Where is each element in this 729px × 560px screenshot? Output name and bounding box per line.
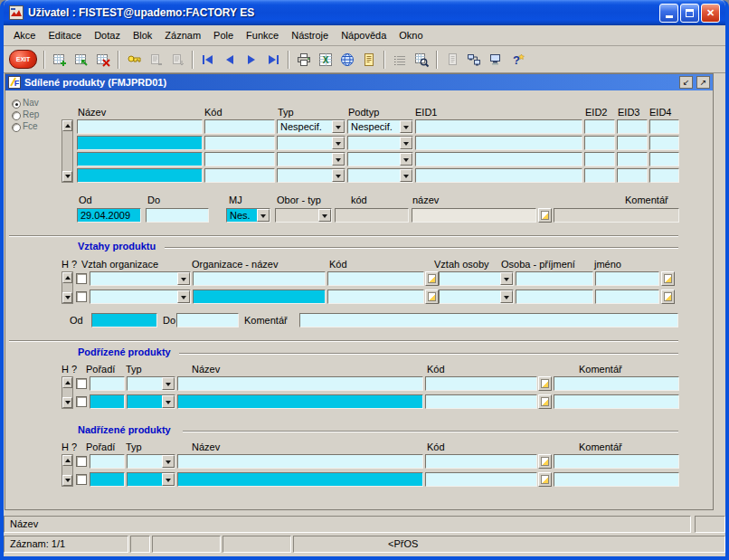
typ-dropdown[interactable]: [127, 472, 175, 487]
dropdown-arrow-icon[interactable]: [318, 209, 331, 222]
product-eid4-field[interactable]: [649, 136, 679, 150]
radio-rep[interactable]: [12, 111, 21, 120]
lock-record-button[interactable]: [123, 49, 145, 70]
product-typ-dropdown[interactable]: [277, 136, 346, 150]
komentar-field[interactable]: [554, 208, 679, 223]
relations-record-scrollbar[interactable]: [62, 271, 73, 304]
vztah-organizace-dropdown[interactable]: [90, 289, 191, 304]
product-eid4-field[interactable]: [649, 119, 679, 134]
history-checkbox[interactable]: [76, 474, 87, 485]
products-record-scrollbar[interactable]: [62, 119, 73, 183]
enter-query-button[interactable]: [411, 49, 432, 70]
network-button[interactable]: [463, 49, 485, 70]
product-eid1-field[interactable]: [415, 168, 582, 183]
product-typ-dropdown[interactable]: Nespecif.: [277, 119, 346, 134]
poradi-field[interactable]: [90, 376, 125, 391]
export-excel-button[interactable]: X: [315, 49, 336, 70]
organizace-kod-field[interactable]: [327, 271, 424, 286]
print-button[interactable]: [293, 49, 315, 70]
poradi-field[interactable]: [90, 394, 125, 409]
product-kod-field[interactable]: [204, 168, 275, 183]
product-kod-field[interactable]: [204, 136, 275, 150]
dropdown-arrow-icon[interactable]: [500, 272, 513, 285]
history-checkbox[interactable]: [76, 378, 87, 389]
product-eid1-field[interactable]: [415, 152, 582, 166]
poradi-field[interactable]: [90, 454, 125, 469]
nazev-field[interactable]: [177, 394, 423, 409]
kod-field[interactable]: [425, 454, 537, 469]
menu-item-blok[interactable]: Blok: [127, 27, 158, 43]
product-podtyp-dropdown[interactable]: Nespecif.: [347, 119, 413, 134]
menu-item-pole[interactable]: Pole: [207, 27, 240, 43]
product-nazev-field[interactable]: [77, 136, 203, 150]
relation-komentar-field[interactable]: [299, 313, 678, 327]
organizace-nazev-field[interactable]: [193, 271, 326, 286]
komentar-field[interactable]: [554, 472, 679, 487]
dropdown-arrow-icon[interactable]: [332, 153, 345, 166]
organizace-nazev-field[interactable]: [193, 289, 326, 304]
parents-record-scrollbar[interactable]: [62, 454, 73, 487]
typ-dropdown[interactable]: [127, 454, 175, 469]
product-eid1-field[interactable]: [415, 136, 582, 150]
scroll-up-button[interactable]: [62, 377, 72, 388]
osoba-prijmeni-field[interactable]: [516, 289, 593, 304]
menu-item-funkce[interactable]: Funkce: [240, 27, 285, 43]
last-record-button[interactable]: [262, 49, 284, 70]
edit-organizace-button[interactable]: [425, 289, 439, 304]
product-eid2-field[interactable]: [584, 119, 615, 134]
edit-komentar-button[interactable]: [538, 472, 552, 487]
kod-field[interactable]: [425, 472, 537, 487]
dropdown-arrow-icon[interactable]: [332, 169, 345, 182]
vztah-osoby-dropdown[interactable]: [439, 289, 514, 304]
kod-field[interactable]: [425, 394, 537, 409]
radio-fce[interactable]: [12, 123, 21, 132]
help-button[interactable]: ?: [507, 49, 528, 70]
relation-od-field[interactable]: [91, 313, 157, 327]
scroll-up-button[interactable]: [62, 455, 72, 466]
dropdown-arrow-icon[interactable]: [162, 377, 175, 390]
dropdown-arrow-icon[interactable]: [162, 395, 175, 408]
maximize-button[interactable]: [680, 4, 699, 23]
paste-record-button[interactable]: [166, 49, 188, 70]
minimize-button[interactable]: [659, 4, 678, 23]
scroll-down-button[interactable]: [62, 397, 72, 408]
dropdown-arrow-icon[interactable]: [400, 137, 412, 149]
product-podtyp-dropdown[interactable]: [347, 136, 413, 150]
dropdown-arrow-icon[interactable]: [257, 209, 270, 222]
product-eid2-field[interactable]: [584, 168, 615, 183]
komentar-field[interactable]: [554, 394, 679, 409]
nazev-field[interactable]: [177, 376, 423, 391]
product-podtyp-dropdown[interactable]: [347, 152, 413, 166]
menu-item-napoveda[interactable]: Nápověda: [335, 27, 393, 43]
edit-osoba-button[interactable]: [661, 289, 675, 304]
maximize-window-icon[interactable]: ↗: [696, 76, 710, 89]
product-typ-dropdown[interactable]: [277, 152, 346, 166]
scroll-down-button[interactable]: [62, 475, 72, 486]
product-eid3-field[interactable]: [617, 119, 648, 134]
product-eid3-field[interactable]: [617, 136, 648, 150]
edit-komentar-button[interactable]: [538, 394, 552, 409]
typ-dropdown[interactable]: [127, 394, 175, 409]
product-eid3-field[interactable]: [617, 152, 648, 166]
scroll-down-button[interactable]: [62, 171, 72, 182]
document-button[interactable]: [441, 49, 463, 70]
dropdown-arrow-icon[interactable]: [177, 290, 190, 303]
scroll-down-button[interactable]: [62, 292, 72, 303]
poradi-field[interactable]: [90, 472, 125, 487]
scroll-up-button[interactable]: [62, 272, 72, 283]
product-nazev-field[interactable]: [77, 119, 203, 134]
product-eid4-field[interactable]: [649, 152, 679, 166]
notes-button[interactable]: [358, 49, 380, 70]
osoba-jmeno-field[interactable]: [595, 289, 659, 304]
copy-record-button[interactable]: [145, 49, 166, 70]
do-date-field[interactable]: [146, 208, 209, 223]
komentar-field[interactable]: [554, 454, 679, 469]
dropdown-arrow-icon[interactable]: [332, 120, 345, 133]
product-eid2-field[interactable]: [584, 136, 615, 150]
menu-item-editace[interactable]: Editace: [42, 27, 88, 43]
dropdown-arrow-icon[interactable]: [400, 153, 412, 166]
osoba-jmeno-field[interactable]: [595, 271, 659, 286]
dropdown-arrow-icon[interactable]: [400, 120, 412, 133]
restore-window-icon[interactable]: ↙: [679, 76, 693, 89]
product-nazev-field[interactable]: [77, 168, 203, 183]
